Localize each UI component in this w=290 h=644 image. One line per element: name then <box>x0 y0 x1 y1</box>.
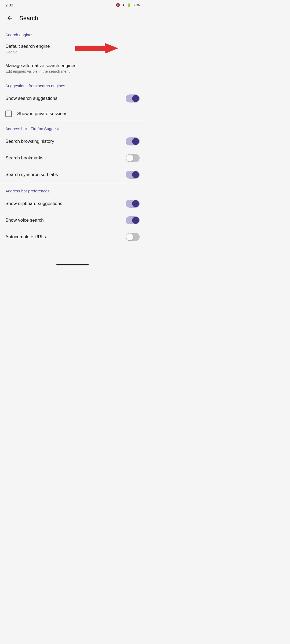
home-indicator <box>56 264 89 265</box>
status-bar: 2:03 🔇 ▲ 🔋 80% <box>0 0 145 10</box>
search-synchronised-tabs-item[interactable]: Search synchronised tabs <box>0 166 145 183</box>
show-private-sessions-checkbox[interactable] <box>5 111 12 117</box>
show-search-suggestions-text: Show search suggestions <box>5 96 126 101</box>
app-bar: Search <box>0 10 145 27</box>
manage-alternative-title: Manage alternative search engines <box>5 63 140 69</box>
show-clipboard-suggestions-title: Show clipboard suggestions <box>5 201 126 207</box>
show-voice-search-item[interactable]: Show voice search <box>0 212 145 229</box>
back-button[interactable] <box>4 13 15 24</box>
search-synchronised-tabs-toggle[interactable] <box>126 171 140 179</box>
search-bookmarks-item[interactable]: Search bookmarks <box>0 150 145 166</box>
autocomplete-urls-item[interactable]: Autocomplete URLs <box>0 229 145 245</box>
autocomplete-urls-text: Autocomplete URLs <box>5 234 126 240</box>
default-search-engine-text: Default search engine Google <box>5 43 140 54</box>
search-bookmarks-title: Search bookmarks <box>5 155 126 161</box>
status-icons: 🔇 ▲ 🔋 80% <box>116 3 140 7</box>
show-clipboard-suggestions-toggle[interactable] <box>126 200 140 208</box>
svg-marker-0 <box>75 43 118 54</box>
toggle-knob <box>132 95 139 102</box>
red-arrow-annotation <box>75 42 118 56</box>
autocomplete-urls-title: Autocomplete URLs <box>5 234 126 240</box>
spacer <box>0 245 145 261</box>
default-search-engine-value: Google <box>5 50 140 54</box>
toggle-knob-6 <box>132 217 139 224</box>
show-voice-search-title: Show voice search <box>5 217 126 223</box>
section-address-bar-firefox: Address bar - Firefox Suggest Search bro… <box>0 121 145 183</box>
show-search-suggestions-title: Show search suggestions <box>5 96 126 101</box>
section-search-engines: Search engines Default search engine Goo… <box>0 27 145 78</box>
toggle-knob-3 <box>126 155 133 162</box>
manage-alternative-engines-item[interactable]: Manage alternative search engines Edit e… <box>0 58 145 78</box>
section-header-firefox-suggest: Address bar - Firefox Suggest <box>0 121 145 133</box>
search-synchronised-tabs-text: Search synchronised tabs <box>5 172 126 178</box>
page-title: Search <box>19 15 38 22</box>
search-browsing-history-text: Search browsing history <box>5 138 126 144</box>
show-search-suggestions-item[interactable]: Show search suggestions <box>0 90 145 107</box>
manage-alternative-subtitle: Edit engines visible in the search menu <box>5 69 140 74</box>
section-suggestions: Suggestions from search engines Show sea… <box>0 78 145 121</box>
section-header-search-engines: Search engines <box>0 27 145 39</box>
show-search-suggestions-toggle[interactable] <box>126 94 140 103</box>
search-bookmarks-toggle[interactable] <box>126 154 140 162</box>
search-browsing-history-toggle[interactable] <box>126 137 140 145</box>
search-bookmarks-text: Search bookmarks <box>5 155 126 161</box>
autocomplete-urls-toggle[interactable] <box>126 233 140 241</box>
show-clipboard-suggestions-text: Show clipboard suggestions <box>5 201 126 207</box>
show-voice-search-toggle[interactable] <box>126 216 140 224</box>
toggle-knob-2 <box>132 138 139 145</box>
search-browsing-history-item[interactable]: Search browsing history <box>0 133 145 150</box>
toggle-knob-7 <box>126 233 133 240</box>
status-time: 2:03 <box>5 3 13 7</box>
battery-level: 80% <box>133 3 140 7</box>
show-private-sessions-label: Show in private sessions <box>17 111 67 116</box>
default-search-engine-title: Default search engine <box>5 43 140 49</box>
show-private-sessions-item[interactable]: Show in private sessions <box>0 107 145 121</box>
show-voice-search-text: Show voice search <box>5 217 126 223</box>
default-search-engine-item[interactable]: Default search engine Google <box>0 39 145 58</box>
show-clipboard-suggestions-item[interactable]: Show clipboard suggestions <box>0 195 145 212</box>
toggle-knob-5 <box>132 200 139 207</box>
bottom-bar <box>0 261 145 270</box>
search-synchronised-tabs-title: Search synchronised tabs <box>5 172 126 178</box>
wifi-icon: ▲ <box>122 3 125 7</box>
section-header-address-bar-prefs: Address bar preferences <box>0 183 145 195</box>
manage-alternative-text: Manage alternative search engines Edit e… <box>5 63 140 74</box>
section-address-bar-preferences: Address bar preferences Show clipboard s… <box>0 183 145 245</box>
toggle-knob-4 <box>132 171 139 178</box>
search-browsing-history-title: Search browsing history <box>5 138 126 144</box>
mute-icon: 🔇 <box>116 3 120 7</box>
battery-icon: 🔋 <box>127 3 131 7</box>
section-header-suggestions: Suggestions from search engines <box>0 78 145 90</box>
